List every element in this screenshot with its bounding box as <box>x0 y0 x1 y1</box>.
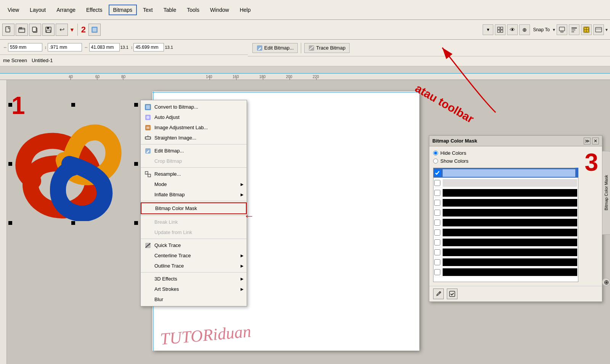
trace-bitmap-btn[interactable]: Trace Bitmap <box>304 43 350 53</box>
menu-window[interactable]: Window <box>205 5 234 15</box>
save-btn[interactable] <box>42 24 55 36</box>
color-check-4[interactable] <box>434 200 440 206</box>
monitor-btn[interactable] <box>557 24 567 35</box>
open-btn[interactable] <box>16 24 28 36</box>
panel-footer <box>429 286 602 301</box>
dropdown-select[interactable]: ▾ <box>483 24 493 35</box>
snap-dropdown-arrow[interactable]: ▾ <box>553 27 555 32</box>
color-row-6[interactable] <box>433 218 578 228</box>
menu-view[interactable]: View <box>3 5 24 15</box>
color-row-5[interactable] <box>433 208 578 218</box>
hide-colors-option[interactable]: Hide Colors <box>433 150 578 156</box>
eyedropper-btn[interactable] <box>433 289 444 299</box>
ruler-guide <box>0 73 610 74</box>
menu-item-convert-bitmap[interactable]: Convert to Bitmap... <box>141 102 247 112</box>
menu-item-straighten[interactable]: Straighten Image... <box>141 133 247 143</box>
menu-text[interactable]: Text <box>138 5 157 15</box>
handle-tr[interactable] <box>134 103 138 107</box>
menu-effects[interactable]: Effects <box>82 5 107 15</box>
menu-layout[interactable]: Layout <box>25 5 50 15</box>
color-list[interactable] <box>433 168 578 282</box>
panel-side-tab[interactable]: Bitmap Color Mask <box>602 151 610 235</box>
y-value-input[interactable]: .971 mm <box>48 43 82 51</box>
svg-rect-45 <box>146 105 150 109</box>
align-btn[interactable] <box>569 24 580 35</box>
undo-btn[interactable]: ↩ <box>56 24 68 36</box>
color-row-11[interactable] <box>433 267 578 277</box>
show-colors-option[interactable]: Show Colors <box>433 158 578 164</box>
handle-bm[interactable] <box>71 221 75 225</box>
menu-item-art-strokes[interactable]: Art Strokes <box>141 284 247 294</box>
svg-rect-14 <box>559 27 565 31</box>
handle-mr[interactable] <box>134 162 138 166</box>
menu-item-centerline-trace[interactable]: Centerline Trace <box>141 250 247 261</box>
color-row-8[interactable] <box>433 237 578 247</box>
menu-item-quick-trace[interactable]: Quick Trace <box>141 240 247 250</box>
menu-arrange[interactable]: Arrange <box>52 5 80 15</box>
menu-item-resample[interactable]: Resample... <box>141 169 247 179</box>
color-row-4[interactable] <box>433 198 578 208</box>
copy-icon[interactable] <box>29 24 41 36</box>
menu-bitmaps[interactable]: Bitmaps <box>109 5 137 15</box>
color-check-1[interactable] <box>434 170 440 176</box>
color-check-9[interactable] <box>434 249 440 255</box>
color-row-10[interactable] <box>433 257 578 267</box>
menu-item-blur[interactable]: Blur <box>141 294 247 305</box>
extra-dropdown[interactable]: ▾ <box>605 27 608 32</box>
apply-btn[interactable] <box>447 289 458 299</box>
convert-bitmap-icon <box>144 103 152 111</box>
color-check-8[interactable] <box>434 239 440 245</box>
color-check-11[interactable] <box>434 269 440 275</box>
menu-tools[interactable]: Tools <box>182 5 204 15</box>
svg-point-47 <box>146 116 149 119</box>
menu-item-outline-trace[interactable]: Outline Trace <box>141 261 247 271</box>
width-input[interactable] <box>89 43 120 51</box>
color-check-7[interactable] <box>434 229 440 236</box>
x-value-input[interactable]: 559 mm <box>8 43 42 51</box>
color-row-9[interactable] <box>433 247 578 257</box>
eyedrop-btn[interactable]: 👁 <box>507 24 518 35</box>
height-input[interactable] <box>133 43 164 51</box>
selected-object-container[interactable]: × <box>8 103 138 225</box>
hide-colors-radio[interactable] <box>433 151 438 156</box>
svg-text:200: 200 <box>286 75 292 79</box>
separator-1 <box>77 24 78 36</box>
scrollbar-thumb[interactable] <box>575 168 578 178</box>
menu-table[interactable]: Table <box>159 5 181 15</box>
bitmap-color-mask-toolbar-btn[interactable] <box>581 24 592 35</box>
bitmap-convert-btn[interactable] <box>88 24 101 36</box>
menu-help[interactable]: Help <box>235 5 255 15</box>
color-check-10[interactable] <box>434 259 440 265</box>
show-colors-radio[interactable] <box>433 159 438 164</box>
menu-item-color-mask[interactable]: Bitmap Color Mask <box>141 202 247 214</box>
handle-br[interactable] <box>134 221 138 225</box>
grid-snap-btn[interactable] <box>495 24 506 35</box>
svg-point-58 <box>439 292 441 293</box>
menu-item-update-link: Update from Link <box>141 227 247 237</box>
menu-item-image-adjust[interactable]: Image Adjustment Lab... <box>141 122 247 133</box>
handle-bl[interactable] <box>8 221 12 225</box>
color-check-3[interactable] <box>434 190 440 196</box>
dropdown-arrow[interactable]: ▼ <box>69 27 75 33</box>
panel-pin-btn[interactable]: ≫ <box>584 138 591 144</box>
color-row-1[interactable] <box>433 168 578 178</box>
color-check-2[interactable] <box>434 180 440 186</box>
new-btn[interactable] <box>2 24 14 36</box>
extra-btn[interactable] <box>593 24 604 35</box>
menu-item-inflate[interactable]: Inflate Bitmap <box>141 189 247 200</box>
menu-item-3d-effects[interactable]: 3D Effects <box>141 274 247 284</box>
handle-ml[interactable] <box>8 162 12 166</box>
menu-item-edit-bitmap[interactable]: Edit Bitmap... <box>141 146 247 156</box>
color-row-2[interactable] <box>433 178 578 188</box>
menu-item-auto-adjust[interactable]: Auto Adjust <box>141 112 247 122</box>
edit-bitmap-btn[interactable]: Edit Bitmap... <box>252 43 298 53</box>
color-row-3[interactable] <box>433 188 578 198</box>
handle-tm[interactable] <box>71 103 75 107</box>
panel-add-btn[interactable]: ⊕ <box>602 278 610 286</box>
menu-item-mode[interactable]: Mode <box>141 179 247 189</box>
crosshair-btn[interactable]: ⊕ <box>519 24 530 35</box>
color-check-6[interactable] <box>434 220 440 226</box>
panel-close-btn[interactable]: ✕ <box>592 138 599 144</box>
color-row-7[interactable] <box>433 228 578 237</box>
color-check-5[interactable] <box>434 210 440 216</box>
